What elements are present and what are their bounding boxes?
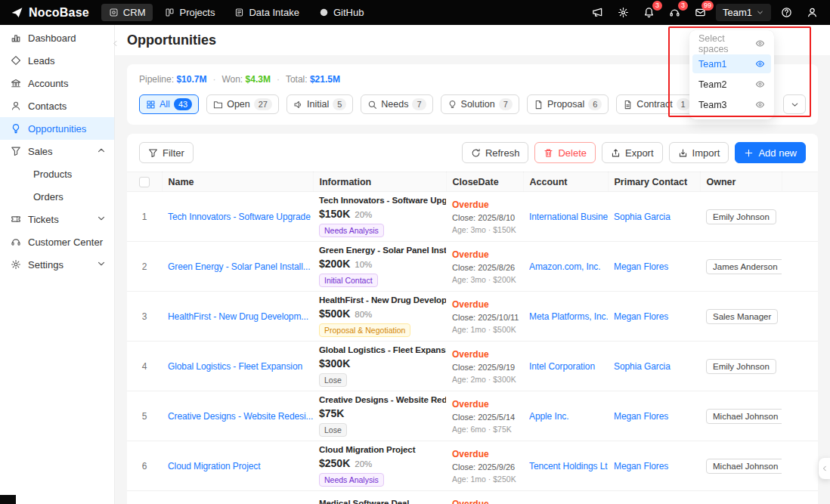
- space-option-team3[interactable]: Team3: [692, 95, 771, 114]
- support-button[interactable]: 3: [664, 4, 686, 22]
- sidebar-item-orders[interactable]: Orders: [0, 185, 114, 208]
- opportunity-name-link[interactable]: HealthFirst - New Drug Developm...: [168, 311, 308, 322]
- info-title: Global Logistics - Fleet Expansion: [319, 345, 440, 354]
- nav-item-crm[interactable]: CRM: [101, 4, 153, 21]
- tab-all[interactable]: All43: [139, 94, 199, 114]
- primary-contact-link[interactable]: Sophia Garcia: [614, 212, 671, 222]
- sidebar-item-opportunities[interactable]: Opportunities: [0, 117, 114, 140]
- nav-item-projects[interactable]: Projects: [157, 4, 222, 21]
- opportunity-name-link[interactable]: Green Energy - Solar Panel Install...: [168, 261, 310, 272]
- help-button[interactable]: [776, 4, 797, 22]
- account-link[interactable]: Apple Inc.: [529, 411, 568, 422]
- table-row[interactable]: 1Tech Innovators - Software UpgradeTech …: [127, 192, 818, 242]
- opportunity-name-link[interactable]: Tech Innovators - Software Upgrade: [168, 212, 311, 222]
- team-selector[interactable]: Team1: [716, 4, 771, 21]
- table-row[interactable]: 6Cloud Migration ProjectCloud Migration …: [127, 441, 818, 491]
- primary-contact-link[interactable]: Megan Flores: [614, 261, 668, 272]
- sidebar-item-settings[interactable]: Settings: [0, 253, 114, 276]
- tab-count: 7: [499, 98, 513, 110]
- nav-item-data-intake[interactable]: Data Intake: [227, 4, 307, 21]
- question-icon: [781, 7, 792, 18]
- nav-item-github[interactable]: GitHub: [311, 4, 371, 21]
- opportunities-icon: [11, 123, 21, 134]
- opportunity-name-link[interactable]: Cloud Migration Project: [168, 461, 260, 472]
- sidebar-item-contacts[interactable]: Contacts: [0, 94, 114, 117]
- tab-proposal[interactable]: Proposal6: [527, 94, 609, 114]
- row-index: [127, 491, 162, 504]
- account-link[interactable]: International Busines: [529, 212, 608, 222]
- sidebar-item-dashboard[interactable]: Dashboard: [0, 26, 114, 49]
- table-row[interactable]: 2Green Energy - Solar Panel Install...Gr…: [127, 242, 818, 292]
- filter-button[interactable]: Filter: [139, 142, 194, 163]
- add-new-button[interactable]: Add new: [735, 142, 806, 163]
- opportunity-name-link[interactable]: Creative Designs - Website Redesi...: [168, 411, 313, 422]
- tab-label: Contract: [636, 99, 672, 110]
- sidebar-collapse-button[interactable]: [110, 36, 120, 50]
- import-button[interactable]: Import: [669, 142, 729, 163]
- probability: 20%: [355, 459, 372, 468]
- table-row[interactable]: Medical Software DealOverdue: [127, 491, 818, 504]
- stage-badge: Initial Contact: [319, 274, 378, 287]
- gear-button[interactable]: [613, 4, 634, 22]
- account-link[interactable]: Meta Platforms, Inc.: [529, 311, 608, 322]
- space-option-team2[interactable]: Team2: [692, 75, 771, 94]
- tab-contract[interactable]: Contract1: [616, 94, 696, 114]
- age-value: Age: 6mo · $75K: [452, 425, 517, 434]
- sidebar-item-sales[interactable]: Sales: [0, 140, 114, 162]
- stage-badge: Needs Analysis: [319, 224, 384, 237]
- profile-button[interactable]: [801, 4, 822, 22]
- column-header-information[interactable]: Information: [313, 172, 446, 192]
- refresh-button[interactable]: Refresh: [462, 142, 529, 163]
- primary-contact-link[interactable]: Megan Flores: [614, 461, 668, 472]
- sidebar-item-accounts[interactable]: Accounts: [0, 72, 114, 94]
- owner-tag: Emily Johnson: [706, 209, 776, 224]
- account-link[interactable]: Intel Corporation: [529, 361, 595, 372]
- sidebar-item-tickets[interactable]: Tickets: [0, 208, 114, 230]
- primary-contact-link[interactable]: Megan Flores: [614, 411, 668, 422]
- table-row[interactable]: 4Global Logistics - Fleet ExpansionGloba…: [127, 342, 818, 391]
- nocobase-logo[interactable]: NocoBase: [0, 6, 101, 20]
- column-header-closedate[interactable]: CloseDate: [446, 172, 523, 192]
- account-link[interactable]: Tencent Holdings Ltc: [529, 461, 608, 472]
- column-header-primary-contact[interactable]: Primary Contact: [608, 172, 700, 192]
- tab-initial[interactable]: Initial5: [286, 94, 353, 114]
- table-row[interactable]: 5Creative Designs - Website Redesi...Cre…: [127, 391, 818, 441]
- tab-open[interactable]: Open27: [206, 94, 279, 114]
- crm-icon: [109, 8, 119, 17]
- stage-badge: Needs Analysis: [319, 473, 384, 487]
- space-option-team1[interactable]: Team1: [692, 54, 771, 73]
- panel-expander-button[interactable]: [819, 458, 830, 479]
- sidebar-item-products[interactable]: Products: [0, 162, 114, 185]
- sidebar-item-leads[interactable]: Leads: [0, 49, 114, 72]
- grid-icon: [146, 100, 156, 110]
- age-value: Age: 1mo · $250K: [452, 475, 517, 484]
- more-tabs-button[interactable]: [783, 94, 806, 114]
- sidebar-item-label: Settings: [28, 259, 63, 271]
- chevron-down-icon: [96, 258, 107, 269]
- chevron-down-icon: [96, 213, 107, 224]
- tab-count: 27: [254, 98, 272, 110]
- column-header-name[interactable]: Name: [162, 172, 313, 192]
- tab-label: Proposal: [547, 99, 584, 110]
- table-row[interactable]: 3HealthFirst - New Drug Developm...Healt…: [127, 292, 818, 342]
- opportunity-name-link[interactable]: Global Logistics - Fleet Expansion: [168, 361, 302, 372]
- info-title: Creative Designs - Website Redesign: [319, 395, 440, 404]
- folder-icon: [213, 100, 223, 110]
- export-button[interactable]: Export: [602, 142, 663, 163]
- select-all-checkbox[interactable]: [139, 177, 150, 187]
- primary-contact-link[interactable]: Megan Flores: [614, 311, 668, 322]
- tab-needs[interactable]: Needs7: [361, 94, 432, 114]
- tab-solution[interactable]: Solution7: [441, 94, 519, 114]
- megaphone-button[interactable]: [587, 4, 609, 22]
- bell-button[interactable]: 3: [639, 4, 660, 22]
- sidebar-item-customer-center[interactable]: Customer Center: [0, 230, 114, 253]
- column-header-owner[interactable]: Owner: [700, 172, 782, 192]
- tab-count: 7: [412, 98, 426, 110]
- sidebar-item-label: Dashboard: [28, 32, 76, 44]
- column-header-account[interactable]: Account: [523, 172, 608, 192]
- primary-contact-link[interactable]: Sophia Garcia: [614, 361, 671, 372]
- filter-icon: [148, 148, 158, 158]
- delete-button[interactable]: Delete: [534, 142, 596, 163]
- inbox-button[interactable]: 99: [690, 4, 711, 22]
- account-link[interactable]: Amazon.com, Inc.: [529, 261, 600, 272]
